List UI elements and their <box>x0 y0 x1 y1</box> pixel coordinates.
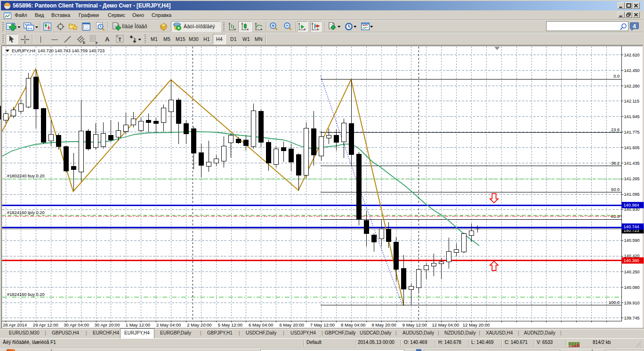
svg-text:23.6: 23.6 <box>611 128 620 132</box>
svg-text:141.265: 141.265 <box>624 176 640 181</box>
svg-text:141.605: 141.605 <box>624 145 640 150</box>
svg-text:140.080: 140.080 <box>624 285 640 290</box>
svg-text:141.435: 141.435 <box>624 161 640 166</box>
svg-text:30 Apr 20:00: 30 Apr 20:00 <box>95 322 120 327</box>
svg-text:4: 4 <box>633 23 636 30</box>
svg-text:9 May 12:00: 9 May 12:00 <box>402 322 427 327</box>
svg-text:50.0: 50.0 <box>611 187 620 192</box>
svg-text:29 Apr 12:00: 29 Apr 12:00 <box>33 322 58 327</box>
svg-text:142.450: 142.450 <box>624 68 640 73</box>
svg-text:140.380: 140.380 <box>624 258 639 263</box>
svg-text:8 May 04:00: 8 May 04:00 <box>341 322 365 327</box>
svg-text:EURJPY,H4 140.720 140.743 140: EURJPY,H4 140.720 140.743 140.709 140.72… <box>12 48 105 53</box>
svg-text:139.745: 139.745 <box>624 316 640 320</box>
svg-text:2 May 20:00: 2 May 20:00 <box>187 322 211 327</box>
svg-text:142.620: 142.620 <box>624 53 640 57</box>
svg-text:141.945: 141.945 <box>624 114 640 119</box>
svg-text:140.744: 140.744 <box>624 224 639 229</box>
svg-text:30 Apr 04:00: 30 Apr 04:00 <box>64 322 89 327</box>
svg-text:6 May 04:00: 6 May 04:00 <box>249 322 273 327</box>
svg-text:6 May 20:00: 6 May 20:00 <box>279 322 304 327</box>
svg-text:0.0: 0.0 <box>613 74 620 79</box>
svg-text:141.095: 141.095 <box>624 192 640 197</box>
svg-text:28 Apr 2014: 28 Apr 2014 <box>3 322 27 327</box>
svg-text:8 May 20:00: 8 May 20:00 <box>371 322 396 327</box>
svg-text:5 May 12:00: 5 May 12:00 <box>218 322 242 327</box>
svg-text:61.8: 61.8 <box>611 214 620 219</box>
svg-text:140.590: 140.590 <box>624 238 640 243</box>
svg-text:1 May 12:00: 1 May 12:00 <box>126 322 150 327</box>
svg-text:F: F <box>96 41 98 45</box>
svg-text:#1824160 buy 0.20: #1824160 buy 0.20 <box>7 292 45 297</box>
svg-text:38.2: 38.2 <box>611 161 620 166</box>
svg-text:139.910: 139.910 <box>624 301 640 305</box>
svg-text:142.280: 142.280 <box>624 84 640 88</box>
svg-text:7 May 12:00: 7 May 12:00 <box>310 322 335 327</box>
svg-text:140.250: 140.250 <box>624 270 640 274</box>
svg-text:12 May 04:00: 12 May 04:00 <box>432 322 459 327</box>
svg-text:12 May 20:00: 12 May 20:00 <box>463 322 490 327</box>
svg-text:141.775: 141.775 <box>624 130 640 135</box>
svg-text:#1802240 buy 0.20: #1802240 buy 0.20 <box>7 174 45 178</box>
svg-text:140.984: 140.984 <box>624 203 639 207</box>
svg-text:#1824160 tpíy 0.20: #1824160 tpíy 0.20 <box>7 210 45 215</box>
svg-text:2 May 04:00: 2 May 04:00 <box>156 322 181 327</box>
svg-text:E: E <box>83 40 85 44</box>
svg-text:T: T <box>118 37 121 42</box>
svg-text:142.115: 142.115 <box>624 99 640 104</box>
svg-text:100.0: 100.0 <box>609 300 620 305</box>
